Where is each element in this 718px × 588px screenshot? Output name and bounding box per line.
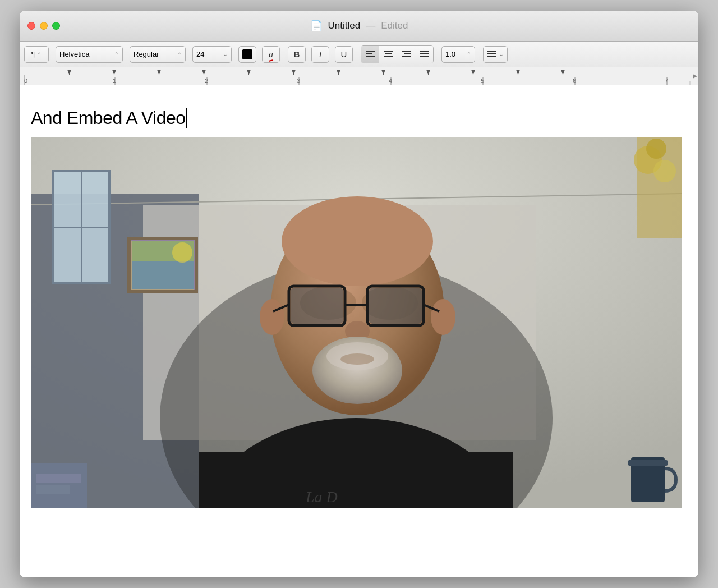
svg-rect-16 [487, 51, 496, 52]
heading-text: And Embed A Video [31, 108, 186, 128]
svg-point-69 [282, 196, 433, 286]
svg-rect-5 [385, 53, 392, 54]
svg-marker-26 [247, 70, 251, 75]
svg-point-85 [340, 353, 374, 365]
svg-text:5: 5 [481, 77, 484, 84]
svg-marker-29 [381, 70, 385, 75]
align-left-icon [366, 50, 375, 58]
svg-marker-24 [157, 70, 161, 75]
style-selector[interactable]: Regular ⌃ [130, 46, 186, 63]
svg-text:7: 7 [665, 77, 668, 84]
svg-text:4: 4 [389, 77, 392, 84]
svg-rect-12 [420, 51, 429, 52]
underline-button[interactable]: U [335, 46, 353, 63]
svg-marker-27 [292, 70, 296, 75]
svg-marker-30 [426, 70, 430, 75]
svg-rect-65 [199, 452, 513, 508]
svg-marker-32 [516, 70, 520, 75]
svg-point-70 [260, 299, 284, 335]
video-content: La D [31, 137, 682, 508]
list-icon [487, 50, 496, 58]
svg-rect-91 [628, 460, 668, 466]
svg-rect-2 [366, 56, 375, 57]
bold-label: B [294, 49, 300, 59]
title-separator: — [366, 20, 375, 31]
document-heading: And Embed A Video [31, 108, 687, 128]
font-name-label: Helvetica [59, 50, 112, 58]
svg-rect-19 [487, 58, 493, 58]
svg-rect-94 [36, 485, 70, 494]
svg-rect-14 [420, 56, 429, 57]
svg-rect-4 [384, 51, 393, 52]
svg-text:1: 1 [113, 77, 116, 84]
document-content[interactable]: And Embed A Video [20, 85, 698, 577]
svg-point-62 [172, 242, 192, 263]
svg-rect-17 [487, 53, 496, 54]
align-left-button[interactable] [361, 46, 379, 63]
svg-rect-77 [369, 288, 422, 324]
svg-rect-93 [36, 474, 81, 483]
svg-rect-0 [366, 51, 375, 52]
edited-indicator: Edited [381, 20, 408, 31]
svg-marker-33 [561, 70, 565, 75]
align-center-icon [384, 50, 393, 58]
style-name-label: Regular [134, 50, 175, 58]
line-spacing-label: 1.0 [445, 50, 464, 58]
paragraph-icon: ¶ [31, 50, 35, 58]
list-chevron: ⌄ [499, 52, 504, 57]
line-spacing-chevron: ⌃ [467, 52, 471, 57]
align-right-button[interactable] [397, 46, 415, 63]
svg-marker-22 [67, 70, 71, 75]
italic-label: I [319, 49, 321, 59]
align-justify-button[interactable] [415, 46, 433, 63]
underline-label: U [341, 49, 347, 59]
svg-marker-28 [337, 70, 340, 75]
font-size-selector[interactable]: 24 ⌄ [192, 46, 232, 63]
svg-rect-75 [291, 288, 343, 324]
font-size-label: 24 [196, 50, 221, 58]
font-size-chevron: ⌄ [223, 52, 228, 57]
bold-button[interactable]: B [288, 46, 306, 63]
italic-button[interactable]: I [311, 46, 329, 63]
svg-rect-18 [487, 56, 496, 57]
document-icon: 📄 [310, 20, 323, 32]
maximize-button[interactable] [52, 22, 60, 30]
alignment-group [361, 45, 434, 63]
list-button[interactable]: ⌄ [483, 46, 508, 63]
svg-marker-49 [693, 74, 697, 79]
align-center-button[interactable] [379, 46, 397, 63]
paragraph-chevron: ⌃ [37, 52, 42, 57]
text-cursor [186, 108, 187, 128]
color-black-indicator [242, 49, 252, 59]
svg-text:La D: La D [305, 488, 338, 506]
close-button[interactable] [27, 22, 35, 30]
embedded-video[interactable]: La D [31, 137, 682, 508]
font-color-button[interactable]: a [262, 46, 280, 63]
svg-rect-15 [420, 58, 429, 58]
font-chevron: ⌃ [114, 52, 119, 57]
svg-rect-1 [366, 53, 372, 54]
paragraph-style-button[interactable]: ¶ ⌃ [24, 46, 49, 63]
svg-marker-23 [112, 70, 116, 75]
title-bar: 📄 Untitled — Edited [20, 11, 698, 42]
svg-rect-3 [366, 58, 371, 58]
title-area: 📄 Untitled — Edited [310, 20, 408, 32]
svg-rect-8 [402, 51, 411, 52]
svg-text:0: 0 [24, 77, 27, 84]
svg-rect-10 [402, 56, 411, 57]
document-title: Untitled [328, 20, 361, 31]
text-color-swatch[interactable] [238, 46, 256, 63]
font-selector[interactable]: Helvetica ⌃ [56, 46, 123, 63]
svg-rect-6 [384, 56, 393, 57]
line-spacing-selector[interactable]: 1.0 ⌃ [441, 46, 475, 63]
svg-text:6: 6 [573, 77, 576, 84]
toolbar: ¶ ⌃ Helvetica ⌃ Regular ⌃ 24 ⌄ a [20, 42, 698, 67]
svg-rect-13 [420, 53, 429, 54]
svg-text:2: 2 [205, 77, 208, 84]
svg-point-89 [646, 139, 666, 159]
svg-marker-31 [471, 70, 475, 75]
traffic-lights [20, 22, 60, 30]
svg-rect-11 [405, 58, 411, 58]
svg-point-71 [431, 299, 455, 335]
minimize-button[interactable] [40, 22, 48, 30]
